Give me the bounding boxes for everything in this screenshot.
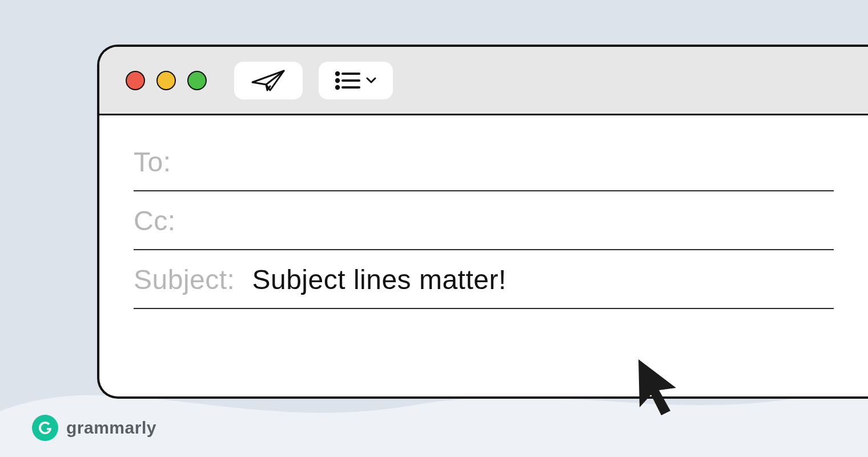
- to-field[interactable]: To:: [134, 133, 834, 191]
- format-list-button[interactable]: [319, 62, 393, 99]
- zoom-button[interactable]: [187, 71, 207, 90]
- to-label: To:: [134, 146, 171, 178]
- minimize-button[interactable]: [156, 71, 176, 90]
- cc-label: Cc:: [134, 205, 176, 236]
- paper-plane-icon: [251, 69, 286, 93]
- svg-point-2: [336, 86, 339, 88]
- compose-fields: To: Cc: Subject: Subject lines matter!: [99, 115, 868, 309]
- brand-logo[interactable]: grammarly: [32, 415, 156, 441]
- send-button[interactable]: [234, 62, 303, 99]
- brand-name: grammarly: [66, 418, 156, 438]
- list-icon: [335, 71, 360, 90]
- compose-window: To: Cc: Subject: Subject lines matter!: [97, 45, 868, 399]
- subject-label: Subject:: [134, 264, 235, 295]
- svg-point-1: [336, 79, 339, 81]
- chevron-down-icon: [366, 77, 376, 85]
- close-button[interactable]: [126, 71, 145, 90]
- brand-mark: [32, 415, 58, 441]
- svg-point-0: [336, 72, 339, 74]
- subject-value: Subject lines matter!: [252, 264, 506, 295]
- cc-field[interactable]: Cc:: [134, 191, 834, 250]
- g-icon: [37, 420, 53, 436]
- subject-field[interactable]: Subject: Subject lines matter!: [134, 250, 834, 309]
- window-titlebar: [99, 47, 868, 115]
- traffic-lights: [126, 71, 207, 90]
- cursor-icon: [633, 356, 684, 419]
